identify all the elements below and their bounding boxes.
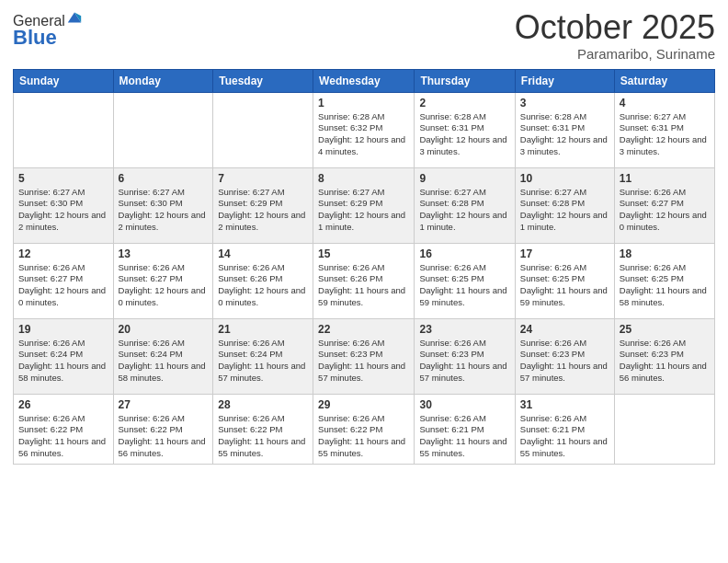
- day-number: 29: [318, 398, 409, 411]
- day-detail: Sunrise: 6:27 AM Sunset: 6:29 PM Dayligh…: [218, 187, 308, 234]
- day-detail: Sunrise: 6:28 AM Sunset: 6:31 PM Dayligh…: [520, 111, 609, 158]
- day-detail: Sunrise: 6:26 AM Sunset: 6:22 PM Dayligh…: [218, 413, 308, 460]
- day-detail: Sunrise: 6:26 AM Sunset: 6:27 PM Dayligh…: [18, 262, 108, 309]
- day-detail: Sunrise: 6:26 AM Sunset: 6:24 PM Dayligh…: [119, 338, 209, 385]
- day-detail: Sunrise: 6:27 AM Sunset: 6:29 PM Dayligh…: [318, 187, 409, 234]
- day-number: 8: [318, 172, 409, 185]
- day-number: 4: [620, 97, 710, 109]
- title-block: October 2025 Paramaribo, Suriname: [515, 9, 715, 62]
- day-detail: Sunrise: 6:28 AM Sunset: 6:32 PM Dayligh…: [318, 111, 409, 158]
- day-detail: Sunrise: 6:26 AM Sunset: 6:24 PM Dayligh…: [218, 338, 308, 385]
- day-detail: Sunrise: 6:27 AM Sunset: 6:30 PM Dayligh…: [18, 187, 108, 234]
- day-number: 30: [419, 398, 509, 411]
- day-detail: Sunrise: 6:26 AM Sunset: 6:22 PM Dayligh…: [318, 413, 409, 460]
- day-number: 5: [18, 172, 108, 185]
- col-monday: Monday: [113, 69, 213, 92]
- month-title: October 2025: [515, 9, 715, 46]
- calendar-week-4: 19Sunrise: 6:26 AM Sunset: 6:24 PM Dayli…: [14, 318, 715, 394]
- calendar-cell: 10Sunrise: 6:27 AM Sunset: 6:28 PM Dayli…: [515, 167, 614, 243]
- calendar-week-5: 26Sunrise: 6:26 AM Sunset: 6:22 PM Dayli…: [14, 394, 715, 464]
- day-number: 31: [520, 398, 609, 411]
- calendar-cell: 9Sunrise: 6:27 AM Sunset: 6:28 PM Daylig…: [415, 167, 515, 243]
- calendar-cell: 21Sunrise: 6:26 AM Sunset: 6:24 PM Dayli…: [213, 318, 313, 394]
- calendar-cell: 30Sunrise: 6:26 AM Sunset: 6:21 PM Dayli…: [415, 394, 515, 464]
- day-detail: Sunrise: 6:27 AM Sunset: 6:28 PM Dayligh…: [419, 187, 509, 234]
- day-number: 10: [520, 172, 609, 185]
- day-detail: Sunrise: 6:26 AM Sunset: 6:21 PM Dayligh…: [419, 413, 509, 460]
- col-tuesday: Tuesday: [213, 69, 313, 92]
- day-detail: Sunrise: 6:26 AM Sunset: 6:22 PM Dayligh…: [18, 413, 108, 460]
- day-number: 12: [18, 247, 108, 260]
- day-detail: Sunrise: 6:26 AM Sunset: 6:23 PM Dayligh…: [419, 338, 509, 385]
- calendar-cell: 1Sunrise: 6:28 AM Sunset: 6:32 PM Daylig…: [313, 92, 415, 167]
- day-number: 26: [18, 398, 108, 411]
- day-number: 20: [119, 323, 209, 336]
- day-detail: Sunrise: 6:27 AM Sunset: 6:31 PM Dayligh…: [620, 111, 710, 158]
- calendar-cell: 16Sunrise: 6:26 AM Sunset: 6:25 PM Dayli…: [415, 243, 515, 318]
- calendar-cell: 24Sunrise: 6:26 AM Sunset: 6:23 PM Dayli…: [515, 318, 614, 394]
- location-subtitle: Paramaribo, Suriname: [515, 46, 715, 62]
- calendar-week-3: 12Sunrise: 6:26 AM Sunset: 6:27 PM Dayli…: [14, 243, 715, 318]
- header: General Blue October 2025 Paramaribo, Su…: [13, 9, 715, 62]
- day-detail: Sunrise: 6:26 AM Sunset: 6:24 PM Dayligh…: [18, 338, 108, 385]
- day-number: 27: [119, 398, 209, 411]
- day-number: 11: [620, 172, 710, 185]
- day-number: 23: [419, 323, 509, 336]
- calendar-cell: 12Sunrise: 6:26 AM Sunset: 6:27 PM Dayli…: [14, 243, 114, 318]
- day-number: 24: [520, 323, 609, 336]
- day-number: 13: [119, 247, 209, 260]
- day-number: 25: [620, 323, 710, 336]
- logo: General Blue: [13, 13, 83, 50]
- col-wednesday: Wednesday: [313, 69, 415, 92]
- calendar-cell: 5Sunrise: 6:27 AM Sunset: 6:30 PM Daylig…: [14, 167, 114, 243]
- day-number: 22: [318, 323, 409, 336]
- day-number: 1: [318, 97, 409, 109]
- calendar-cell: 25Sunrise: 6:26 AM Sunset: 6:23 PM Dayli…: [614, 318, 714, 394]
- calendar-cell: 23Sunrise: 6:26 AM Sunset: 6:23 PM Dayli…: [415, 318, 515, 394]
- calendar-cell: 8Sunrise: 6:27 AM Sunset: 6:29 PM Daylig…: [313, 167, 415, 243]
- calendar-cell: 4Sunrise: 6:27 AM Sunset: 6:31 PM Daylig…: [614, 92, 714, 167]
- calendar-cell: 26Sunrise: 6:26 AM Sunset: 6:22 PM Dayli…: [14, 394, 114, 464]
- day-detail: Sunrise: 6:26 AM Sunset: 6:26 PM Dayligh…: [318, 262, 409, 309]
- page: General Blue October 2025 Paramaribo, Su…: [0, 0, 728, 563]
- day-detail: Sunrise: 6:26 AM Sunset: 6:25 PM Dayligh…: [419, 262, 509, 309]
- col-saturday: Saturday: [614, 69, 714, 92]
- col-sunday: Sunday: [14, 69, 114, 92]
- calendar-cell: [614, 394, 714, 464]
- day-detail: Sunrise: 6:26 AM Sunset: 6:22 PM Dayligh…: [119, 413, 209, 460]
- day-detail: Sunrise: 6:28 AM Sunset: 6:31 PM Dayligh…: [419, 111, 509, 158]
- day-number: 16: [419, 247, 509, 260]
- calendar-cell: 22Sunrise: 6:26 AM Sunset: 6:23 PM Dayli…: [313, 318, 415, 394]
- calendar-cell: 28Sunrise: 6:26 AM Sunset: 6:22 PM Dayli…: [213, 394, 313, 464]
- day-number: 9: [419, 172, 509, 185]
- calendar-cell: 7Sunrise: 6:27 AM Sunset: 6:29 PM Daylig…: [213, 167, 313, 243]
- day-detail: Sunrise: 6:26 AM Sunset: 6:23 PM Dayligh…: [520, 338, 609, 385]
- day-detail: Sunrise: 6:26 AM Sunset: 6:21 PM Dayligh…: [520, 413, 609, 460]
- calendar-cell: 29Sunrise: 6:26 AM Sunset: 6:22 PM Dayli…: [313, 394, 415, 464]
- day-number: 17: [520, 247, 609, 260]
- day-number: 28: [218, 398, 308, 411]
- day-detail: Sunrise: 6:27 AM Sunset: 6:28 PM Dayligh…: [520, 187, 609, 234]
- calendar-cell: 19Sunrise: 6:26 AM Sunset: 6:24 PM Dayli…: [14, 318, 114, 394]
- day-number: 15: [318, 247, 409, 260]
- calendar-cell: 17Sunrise: 6:26 AM Sunset: 6:25 PM Dayli…: [515, 243, 614, 318]
- calendar-cell: [14, 92, 114, 167]
- calendar-cell: 3Sunrise: 6:28 AM Sunset: 6:31 PM Daylig…: [515, 92, 614, 167]
- calendar-week-1: 1Sunrise: 6:28 AM Sunset: 6:32 PM Daylig…: [14, 92, 715, 167]
- day-number: 7: [218, 172, 308, 185]
- day-number: 6: [119, 172, 209, 185]
- calendar-cell: [213, 92, 313, 167]
- calendar-cell: 13Sunrise: 6:26 AM Sunset: 6:27 PM Dayli…: [113, 243, 213, 318]
- logo-blue-text: Blue: [13, 26, 83, 50]
- calendar-week-2: 5Sunrise: 6:27 AM Sunset: 6:30 PM Daylig…: [14, 167, 715, 243]
- day-detail: Sunrise: 6:26 AM Sunset: 6:25 PM Dayligh…: [520, 262, 609, 309]
- calendar-header-row: Sunday Monday Tuesday Wednesday Thursday…: [14, 69, 715, 92]
- day-detail: Sunrise: 6:27 AM Sunset: 6:30 PM Dayligh…: [119, 187, 209, 234]
- day-detail: Sunrise: 6:26 AM Sunset: 6:26 PM Dayligh…: [218, 262, 308, 309]
- day-number: 18: [620, 247, 710, 260]
- calendar-cell: 20Sunrise: 6:26 AM Sunset: 6:24 PM Dayli…: [113, 318, 213, 394]
- calendar-cell: 14Sunrise: 6:26 AM Sunset: 6:26 PM Dayli…: [213, 243, 313, 318]
- logo-icon: [66, 9, 83, 26]
- calendar-cell: 31Sunrise: 6:26 AM Sunset: 6:21 PM Dayli…: [515, 394, 614, 464]
- day-number: 2: [419, 97, 509, 109]
